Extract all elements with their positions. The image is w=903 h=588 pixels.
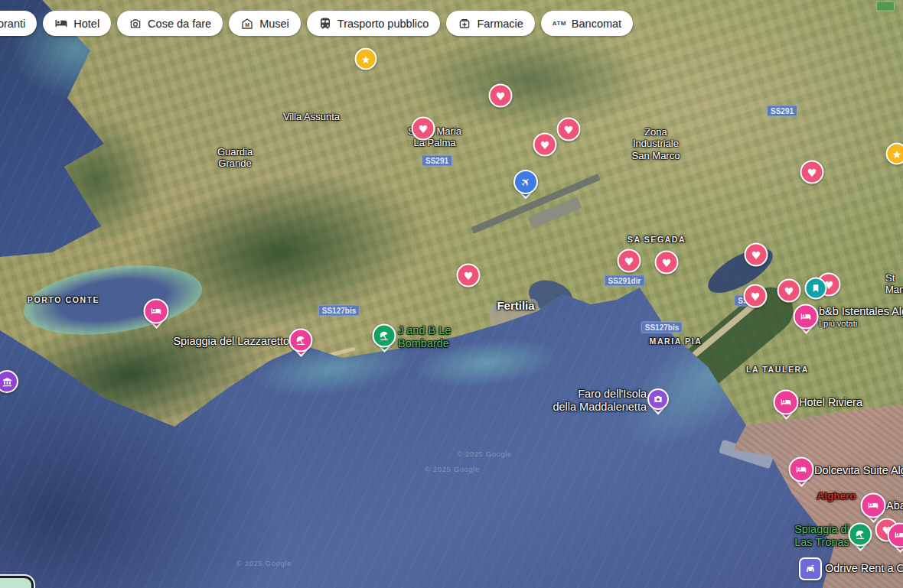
museum-icon bbox=[0, 370, 18, 393]
road-badge-ss291: SS291 bbox=[767, 106, 797, 117]
chip-bancomat[interactable]: ATMBancomat bbox=[541, 11, 633, 36]
heart-icon: ♥ bbox=[777, 279, 801, 303]
map-label-aba[interactable]: Aba bbox=[886, 499, 903, 512]
map-label-spiaggia-di[interactable]: Spiaggia diLas Tronas bbox=[794, 523, 849, 549]
pin-heart[interactable]: ♥ bbox=[777, 279, 801, 303]
star-icon: ★ bbox=[355, 48, 377, 70]
pin-heart[interactable]: ♥ bbox=[745, 243, 768, 267]
chip-farmacie[interactable]: Farmacie bbox=[446, 11, 534, 36]
pin-heart[interactable]: ♥ bbox=[533, 133, 557, 157]
museum-icon: M bbox=[240, 17, 254, 31]
car-icon bbox=[799, 557, 822, 580]
pin-heart[interactable]: ♥ bbox=[655, 251, 679, 275]
pin-heart[interactable]: ♥ bbox=[557, 118, 581, 141]
map-label-b-b-istentales-alg[interactable]: b&b Istentales AlgI più votati bbox=[819, 305, 903, 329]
road-badge-unlabeled bbox=[876, 2, 895, 11]
heart-icon: ♥ bbox=[412, 117, 435, 141]
heart-icon: ♥ bbox=[457, 264, 481, 288]
heart-icon: ♥ bbox=[744, 284, 768, 308]
map-label-faro-dell-isola[interactable]: Faro dell'Isoladella Maddalenetta bbox=[553, 388, 647, 414]
hotel-icon bbox=[54, 17, 68, 31]
pin-hotel[interactable] bbox=[888, 523, 903, 548]
star-icon: ★ bbox=[886, 143, 903, 165]
chip-label: Bancomat bbox=[572, 18, 621, 30]
map-label-hotel-riviera[interactable]: Hotel Riviera bbox=[799, 396, 862, 409]
bookmark-icon bbox=[805, 278, 827, 300]
chip-label: Ristoranti bbox=[0, 18, 25, 30]
chip-label: Musei bbox=[259, 18, 289, 30]
pin-beach-green[interactable] bbox=[373, 324, 396, 348]
camera-icon bbox=[129, 17, 142, 31]
heart-icon: ♥ bbox=[655, 251, 679, 275]
road-badge-ss291: SS291 bbox=[422, 155, 452, 167]
pin-hotel[interactable] bbox=[144, 299, 169, 324]
chip-label: Farmacie bbox=[477, 18, 523, 30]
pharmacy-icon bbox=[458, 17, 471, 31]
hotel-icon bbox=[789, 457, 814, 482]
hotel-icon bbox=[144, 299, 169, 324]
pin-heart[interactable]: ♥ bbox=[412, 117, 435, 141]
road-badge-ss127bis: SS127bis bbox=[641, 322, 683, 333]
heart-icon: ♥ bbox=[489, 84, 513, 108]
map-label-spiaggia-del-lazzaretto[interactable]: Spiaggia del Lazzaretto bbox=[173, 335, 289, 348]
heart-icon: ♥ bbox=[745, 243, 768, 267]
map-label-j-and-b-le[interactable]: J and B LeBombarde bbox=[398, 324, 451, 350]
hotel-icon bbox=[774, 390, 799, 415]
pin-bookmark[interactable] bbox=[805, 278, 827, 300]
pin-hotel[interactable] bbox=[794, 304, 819, 330]
pin-car[interactable] bbox=[799, 557, 822, 580]
beach-icon bbox=[373, 324, 396, 348]
beach-icon bbox=[289, 329, 313, 352]
chip-hotel[interactable]: Hotel bbox=[43, 11, 111, 36]
hotel-icon bbox=[888, 523, 903, 548]
pin-museum[interactable] bbox=[0, 370, 18, 393]
porto-conte-bay bbox=[19, 255, 207, 345]
pin-beach-pink[interactable] bbox=[289, 329, 313, 352]
minimap-corner[interactable] bbox=[0, 576, 34, 588]
pin-hotel[interactable] bbox=[789, 457, 814, 482]
chip-ristoranti[interactable]: Ristoranti bbox=[0, 11, 37, 36]
transit-icon bbox=[318, 17, 332, 31]
chip-cose-da-fare[interactable]: Cose da fare bbox=[117, 11, 223, 36]
category-filter-bar: RistorantiHotelCose da fareMMuseiTraspor… bbox=[0, 11, 633, 36]
map-label-odrive-rent-a-ca[interactable]: Odrive Rent a Ca bbox=[825, 562, 903, 575]
hotel-icon bbox=[861, 493, 886, 518]
camera-icon bbox=[647, 388, 669, 410]
beach-icon bbox=[849, 523, 872, 547]
pin-hotel[interactable] bbox=[861, 493, 886, 518]
pin-camera[interactable] bbox=[647, 388, 669, 410]
heart-icon: ♥ bbox=[800, 161, 824, 184]
pin-heart[interactable]: ♥ bbox=[489, 84, 513, 108]
satellite-map[interactable]: SS291SS291SS127bisSS291dirSS127bisSS Vil… bbox=[0, 0, 903, 588]
road-badge-ss291dir: SS291dir bbox=[605, 275, 645, 287]
pin-heart[interactable]: ♥ bbox=[457, 264, 481, 288]
airport-apron bbox=[528, 197, 582, 229]
pin-star[interactable]: ★ bbox=[886, 143, 903, 165]
chip-label: Hotel bbox=[73, 18, 99, 30]
pin-airport[interactable]: ✈ bbox=[513, 170, 538, 194]
pin-heart[interactable]: ♥ bbox=[618, 249, 641, 273]
atm-icon: ATM bbox=[553, 17, 566, 31]
airport-icon: ✈ bbox=[513, 170, 538, 194]
chip-label: Trasporto pubblico bbox=[337, 18, 429, 30]
chip-trasporto-pubblico[interactable]: Trasporto pubblico bbox=[307, 11, 441, 36]
heart-icon: ♥ bbox=[557, 118, 581, 141]
map-label-dolcevita-suite-alg[interactable]: Dolcevita Suite Alg bbox=[814, 464, 903, 477]
heart-icon: ♥ bbox=[533, 133, 557, 157]
svg-text:M: M bbox=[245, 21, 249, 27]
pin-star[interactable]: ★ bbox=[355, 48, 377, 70]
road-badge-ss127bis: SS127bis bbox=[318, 305, 360, 317]
pin-heart[interactable]: ♥ bbox=[800, 161, 824, 184]
chip-musei[interactable]: MMusei bbox=[229, 11, 301, 36]
pin-beach-green[interactable] bbox=[849, 523, 872, 547]
heart-icon: ♥ bbox=[618, 249, 641, 273]
pin-hotel[interactable] bbox=[774, 390, 799, 415]
pin-heart[interactable]: ♥ bbox=[744, 284, 768, 308]
chip-label: Cose da fare bbox=[148, 18, 211, 30]
forest-hills bbox=[413, 31, 650, 130]
hotel-icon bbox=[794, 304, 819, 330]
